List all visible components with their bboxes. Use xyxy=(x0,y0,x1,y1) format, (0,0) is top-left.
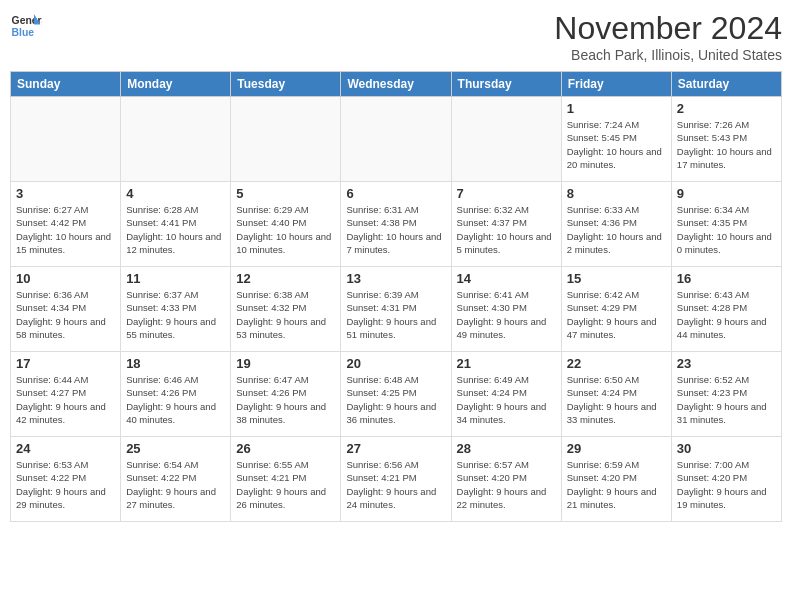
day-number: 20 xyxy=(346,356,445,371)
day-number: 14 xyxy=(457,271,556,286)
weekday-header-saturday: Saturday xyxy=(671,72,781,97)
day-info: Sunrise: 6:33 AM Sunset: 4:36 PM Dayligh… xyxy=(567,203,666,256)
day-info: Sunrise: 6:34 AM Sunset: 4:35 PM Dayligh… xyxy=(677,203,776,256)
day-info: Sunrise: 6:57 AM Sunset: 4:20 PM Dayligh… xyxy=(457,458,556,511)
calendar-cell: 4Sunrise: 6:28 AM Sunset: 4:41 PM Daylig… xyxy=(121,182,231,267)
calendar-cell: 28Sunrise: 6:57 AM Sunset: 4:20 PM Dayli… xyxy=(451,437,561,522)
day-number: 9 xyxy=(677,186,776,201)
day-info: Sunrise: 6:53 AM Sunset: 4:22 PM Dayligh… xyxy=(16,458,115,511)
calendar-cell: 24Sunrise: 6:53 AM Sunset: 4:22 PM Dayli… xyxy=(11,437,121,522)
calendar-cell: 7Sunrise: 6:32 AM Sunset: 4:37 PM Daylig… xyxy=(451,182,561,267)
calendar-week-1: 1Sunrise: 7:24 AM Sunset: 5:45 PM Daylig… xyxy=(11,97,782,182)
calendar-cell: 20Sunrise: 6:48 AM Sunset: 4:25 PM Dayli… xyxy=(341,352,451,437)
day-number: 19 xyxy=(236,356,335,371)
calendar-cell xyxy=(451,97,561,182)
calendar-cell: 26Sunrise: 6:55 AM Sunset: 4:21 PM Dayli… xyxy=(231,437,341,522)
day-number: 23 xyxy=(677,356,776,371)
day-info: Sunrise: 6:50 AM Sunset: 4:24 PM Dayligh… xyxy=(567,373,666,426)
day-number: 24 xyxy=(16,441,115,456)
day-number: 6 xyxy=(346,186,445,201)
calendar-cell: 17Sunrise: 6:44 AM Sunset: 4:27 PM Dayli… xyxy=(11,352,121,437)
day-info: Sunrise: 6:44 AM Sunset: 4:27 PM Dayligh… xyxy=(16,373,115,426)
day-info: Sunrise: 6:37 AM Sunset: 4:33 PM Dayligh… xyxy=(126,288,225,341)
weekday-header-sunday: Sunday xyxy=(11,72,121,97)
day-info: Sunrise: 6:36 AM Sunset: 4:34 PM Dayligh… xyxy=(16,288,115,341)
calendar-week-3: 10Sunrise: 6:36 AM Sunset: 4:34 PM Dayli… xyxy=(11,267,782,352)
day-number: 13 xyxy=(346,271,445,286)
day-number: 15 xyxy=(567,271,666,286)
title-area: November 2024 Beach Park, Illinois, Unit… xyxy=(554,10,782,63)
day-number: 18 xyxy=(126,356,225,371)
day-info: Sunrise: 7:26 AM Sunset: 5:43 PM Dayligh… xyxy=(677,118,776,171)
calendar-cell: 11Sunrise: 6:37 AM Sunset: 4:33 PM Dayli… xyxy=(121,267,231,352)
calendar-cell: 14Sunrise: 6:41 AM Sunset: 4:30 PM Dayli… xyxy=(451,267,561,352)
calendar-cell: 8Sunrise: 6:33 AM Sunset: 4:36 PM Daylig… xyxy=(561,182,671,267)
day-number: 29 xyxy=(567,441,666,456)
calendar-cell xyxy=(231,97,341,182)
calendar-body: 1Sunrise: 7:24 AM Sunset: 5:45 PM Daylig… xyxy=(11,97,782,522)
day-number: 21 xyxy=(457,356,556,371)
calendar-cell: 1Sunrise: 7:24 AM Sunset: 5:45 PM Daylig… xyxy=(561,97,671,182)
svg-text:Blue: Blue xyxy=(12,27,35,38)
day-info: Sunrise: 6:59 AM Sunset: 4:20 PM Dayligh… xyxy=(567,458,666,511)
day-number: 28 xyxy=(457,441,556,456)
calendar-week-2: 3Sunrise: 6:27 AM Sunset: 4:42 PM Daylig… xyxy=(11,182,782,267)
day-info: Sunrise: 7:00 AM Sunset: 4:20 PM Dayligh… xyxy=(677,458,776,511)
calendar-cell: 21Sunrise: 6:49 AM Sunset: 4:24 PM Dayli… xyxy=(451,352,561,437)
day-number: 11 xyxy=(126,271,225,286)
day-number: 16 xyxy=(677,271,776,286)
calendar-cell: 29Sunrise: 6:59 AM Sunset: 4:20 PM Dayli… xyxy=(561,437,671,522)
day-info: Sunrise: 6:42 AM Sunset: 4:29 PM Dayligh… xyxy=(567,288,666,341)
calendar-cell: 19Sunrise: 6:47 AM Sunset: 4:26 PM Dayli… xyxy=(231,352,341,437)
day-info: Sunrise: 7:24 AM Sunset: 5:45 PM Dayligh… xyxy=(567,118,666,171)
day-info: Sunrise: 6:41 AM Sunset: 4:30 PM Dayligh… xyxy=(457,288,556,341)
calendar-cell xyxy=(121,97,231,182)
calendar-cell xyxy=(11,97,121,182)
calendar-cell: 9Sunrise: 6:34 AM Sunset: 4:35 PM Daylig… xyxy=(671,182,781,267)
calendar-cell: 13Sunrise: 6:39 AM Sunset: 4:31 PM Dayli… xyxy=(341,267,451,352)
location-subtitle: Beach Park, Illinois, United States xyxy=(554,47,782,63)
weekday-header-wednesday: Wednesday xyxy=(341,72,451,97)
calendar-cell: 10Sunrise: 6:36 AM Sunset: 4:34 PM Dayli… xyxy=(11,267,121,352)
calendar-cell: 5Sunrise: 6:29 AM Sunset: 4:40 PM Daylig… xyxy=(231,182,341,267)
day-info: Sunrise: 6:32 AM Sunset: 4:37 PM Dayligh… xyxy=(457,203,556,256)
calendar-cell: 22Sunrise: 6:50 AM Sunset: 4:24 PM Dayli… xyxy=(561,352,671,437)
day-number: 27 xyxy=(346,441,445,456)
calendar-cell: 27Sunrise: 6:56 AM Sunset: 4:21 PM Dayli… xyxy=(341,437,451,522)
calendar-week-5: 24Sunrise: 6:53 AM Sunset: 4:22 PM Dayli… xyxy=(11,437,782,522)
day-info: Sunrise: 6:55 AM Sunset: 4:21 PM Dayligh… xyxy=(236,458,335,511)
day-number: 2 xyxy=(677,101,776,116)
day-number: 25 xyxy=(126,441,225,456)
day-info: Sunrise: 6:48 AM Sunset: 4:25 PM Dayligh… xyxy=(346,373,445,426)
calendar-cell: 23Sunrise: 6:52 AM Sunset: 4:23 PM Dayli… xyxy=(671,352,781,437)
month-title: November 2024 xyxy=(554,10,782,47)
day-info: Sunrise: 6:47 AM Sunset: 4:26 PM Dayligh… xyxy=(236,373,335,426)
day-info: Sunrise: 6:29 AM Sunset: 4:40 PM Dayligh… xyxy=(236,203,335,256)
weekday-header-tuesday: Tuesday xyxy=(231,72,341,97)
day-number: 17 xyxy=(16,356,115,371)
calendar-week-4: 17Sunrise: 6:44 AM Sunset: 4:27 PM Dayli… xyxy=(11,352,782,437)
day-number: 12 xyxy=(236,271,335,286)
calendar-cell: 3Sunrise: 6:27 AM Sunset: 4:42 PM Daylig… xyxy=(11,182,121,267)
calendar-cell: 18Sunrise: 6:46 AM Sunset: 4:26 PM Dayli… xyxy=(121,352,231,437)
calendar-cell: 12Sunrise: 6:38 AM Sunset: 4:32 PM Dayli… xyxy=(231,267,341,352)
day-info: Sunrise: 6:27 AM Sunset: 4:42 PM Dayligh… xyxy=(16,203,115,256)
day-number: 8 xyxy=(567,186,666,201)
day-number: 1 xyxy=(567,101,666,116)
weekday-header-thursday: Thursday xyxy=(451,72,561,97)
day-number: 10 xyxy=(16,271,115,286)
day-info: Sunrise: 6:54 AM Sunset: 4:22 PM Dayligh… xyxy=(126,458,225,511)
calendar-cell: 15Sunrise: 6:42 AM Sunset: 4:29 PM Dayli… xyxy=(561,267,671,352)
weekday-header-monday: Monday xyxy=(121,72,231,97)
day-number: 26 xyxy=(236,441,335,456)
calendar-cell: 6Sunrise: 6:31 AM Sunset: 4:38 PM Daylig… xyxy=(341,182,451,267)
calendar-cell: 30Sunrise: 7:00 AM Sunset: 4:20 PM Dayli… xyxy=(671,437,781,522)
day-number: 5 xyxy=(236,186,335,201)
day-info: Sunrise: 6:56 AM Sunset: 4:21 PM Dayligh… xyxy=(346,458,445,511)
day-info: Sunrise: 6:52 AM Sunset: 4:23 PM Dayligh… xyxy=(677,373,776,426)
logo-icon: General Blue xyxy=(10,10,42,42)
calendar-header-row: SundayMondayTuesdayWednesdayThursdayFrid… xyxy=(11,72,782,97)
day-number: 30 xyxy=(677,441,776,456)
day-info: Sunrise: 6:43 AM Sunset: 4:28 PM Dayligh… xyxy=(677,288,776,341)
day-info: Sunrise: 6:46 AM Sunset: 4:26 PM Dayligh… xyxy=(126,373,225,426)
